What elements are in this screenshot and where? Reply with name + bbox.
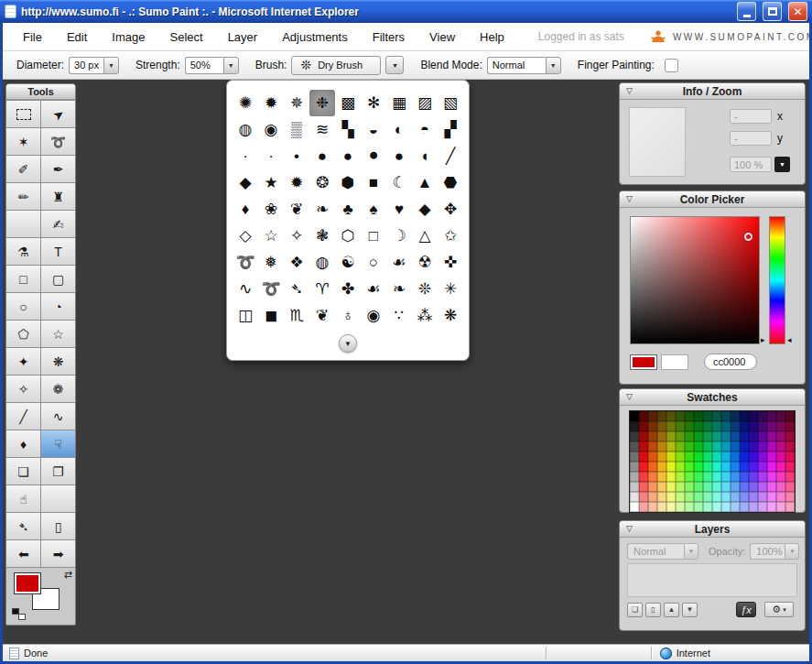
brush-option[interactable]: ❧	[386, 276, 412, 302]
brush-option[interactable]: ▨	[412, 90, 438, 116]
swatch-cell[interactable]	[639, 452, 648, 462]
swatch-cell[interactable]	[703, 441, 712, 452]
brush-option[interactable]: □	[361, 223, 386, 249]
brush-option[interactable]: •	[284, 143, 309, 169]
brush-option[interactable]: ✵	[284, 90, 309, 116]
brush-option[interactable]: ◆	[233, 169, 258, 196]
swatch-cell[interactable]	[703, 431, 712, 441]
swatch-cell[interactable]	[731, 421, 740, 431]
swatch-cell[interactable]	[685, 492, 694, 502]
swatch-cell[interactable]	[721, 492, 731, 502]
tool-undo[interactable]: ➡	[6, 540, 40, 567]
swatch-cell[interactable]	[676, 462, 685, 472]
swatch-cell[interactable]	[749, 421, 758, 431]
swatch-cell[interactable]	[749, 462, 758, 472]
swatch-cell[interactable]	[703, 492, 712, 502]
brush-option[interactable]: ╱	[438, 143, 463, 169]
swatch-cell[interactable]	[731, 411, 740, 421]
tool-blur-drop[interactable]: ♦	[6, 430, 40, 457]
swatch-cell[interactable]	[758, 441, 767, 452]
tool-rectangle[interactable]: □	[6, 266, 40, 292]
hue-slider-left-icon[interactable]: ▸	[761, 336, 765, 344]
brush-option[interactable]: ✳	[438, 276, 463, 302]
tool-chalk[interactable]: ✍	[41, 211, 75, 237]
brush-option[interactable]: ♏	[284, 302, 309, 329]
swatch-cell[interactable]	[749, 441, 758, 452]
swatch-cell[interactable]	[767, 462, 776, 472]
swatch-cell[interactable]	[758, 411, 767, 421]
brush-option[interactable]: ♣	[335, 196, 361, 223]
tool-clone-stamp[interactable]: ♜	[41, 183, 75, 210]
swatch-cell[interactable]	[749, 452, 758, 462]
swatch-cell[interactable]	[676, 452, 685, 462]
swatch-cell[interactable]	[758, 452, 767, 462]
swatch-cell[interactable]	[731, 431, 740, 441]
brush-option[interactable]: ♁	[335, 302, 361, 329]
swatch-cell[interactable]	[740, 411, 749, 421]
brush-option[interactable]: ★	[258, 169, 284, 196]
swatch-cell[interactable]	[712, 421, 721, 431]
tool-lasso[interactable]: ➰	[41, 128, 75, 155]
swatch-cell[interactable]	[666, 492, 676, 502]
brush-option[interactable]: ✤	[335, 276, 361, 302]
brush-option[interactable]: ∿	[233, 276, 258, 302]
swatch-cell[interactable]	[731, 441, 740, 452]
tool-foreground-swatch[interactable]	[14, 572, 41, 594]
blend-dropdown-icon[interactable]: ▼	[546, 57, 561, 74]
swatch-cell[interactable]	[776, 472, 785, 482]
swatch-cell[interactable]	[731, 472, 740, 482]
swatch-cell[interactable]	[767, 441, 776, 452]
tool-star-4-outline[interactable]: ✧	[6, 376, 40, 402]
brush-option[interactable]: ❋	[438, 302, 463, 329]
swatch-cell[interactable]	[630, 472, 639, 482]
swatch-cell[interactable]	[685, 411, 694, 421]
swatch-cell[interactable]	[712, 492, 721, 502]
swatch-cell[interactable]	[694, 441, 703, 452]
swatch-cell[interactable]	[657, 472, 666, 482]
swatch-cell[interactable]	[731, 492, 740, 502]
swatch-cell[interactable]	[694, 482, 703, 492]
layer-up-button[interactable]: ▲	[664, 603, 679, 617]
swatch-cell[interactable]	[758, 421, 767, 431]
tool-pencil[interactable]: ✏	[6, 183, 40, 210]
brush-option[interactable]: ❂	[309, 169, 335, 196]
swatch-cell[interactable]	[685, 462, 694, 472]
brush-option[interactable]: ▧	[438, 90, 463, 116]
swatch-cell[interactable]	[712, 431, 721, 441]
brush-option[interactable]: ☾	[386, 169, 412, 196]
brush-option[interactable]: ☽	[386, 223, 412, 249]
swatch-cell[interactable]	[712, 452, 721, 462]
swatch-cell[interactable]	[767, 502, 776, 512]
brush-option[interactable]: ◆	[412, 196, 438, 223]
brush-option[interactable]: ▩	[335, 90, 361, 116]
tool-paint-bucket[interactable]: ⚗	[6, 238, 40, 265]
brush-option[interactable]: ○	[361, 249, 386, 276]
swatch-cell[interactable]	[630, 492, 639, 502]
swatch-cell[interactable]	[776, 431, 785, 441]
swatch-cell[interactable]	[703, 462, 712, 472]
tool-star[interactable]: ☆	[41, 321, 75, 347]
swatch-cell[interactable]	[740, 482, 749, 492]
swatch-cell[interactable]	[731, 482, 740, 492]
info-zoom-header[interactable]: ▽ Info / Zoom	[620, 83, 805, 100]
tool-text[interactable]: T	[41, 238, 75, 265]
layers-list[interactable]	[627, 563, 797, 597]
swatch-cell[interactable]	[758, 462, 767, 472]
tool-star-4[interactable]: ✦	[6, 348, 40, 375]
tool-polygon[interactable]: ⬠	[6, 321, 40, 347]
zoom-dropdown-button[interactable]: ▼	[774, 157, 790, 172]
brush-option[interactable]: ❦	[309, 302, 335, 329]
swatch-cell[interactable]	[630, 462, 639, 472]
swatch-cell[interactable]	[639, 462, 648, 472]
swatch-cell[interactable]	[776, 462, 785, 472]
tool-eyedropper[interactable]: ➴	[6, 513, 40, 539]
swatch-cell[interactable]	[666, 421, 676, 431]
swatch-cell[interactable]	[666, 452, 676, 462]
layer-effects-button[interactable]: ƒx	[736, 602, 756, 617]
brush-option[interactable]: ✧	[284, 223, 309, 249]
hue-slider-right-icon[interactable]: ◂	[787, 336, 792, 344]
swatch-cell[interactable]	[776, 411, 785, 421]
brush-option[interactable]: ☙	[386, 249, 412, 276]
brush-option[interactable]: ❧	[309, 196, 335, 223]
brush-option[interactable]: △	[412, 223, 438, 249]
